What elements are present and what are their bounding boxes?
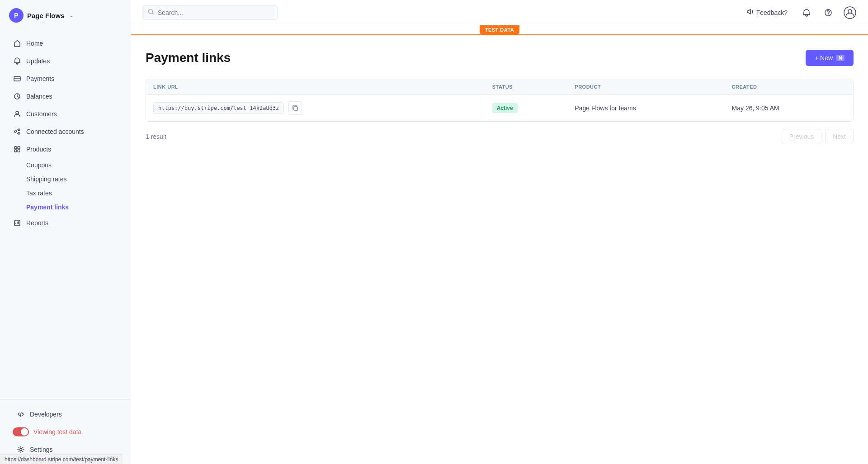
search-icon bbox=[148, 9, 154, 16]
table-row[interactable]: https://buy.stripe.com/test_14k2aUd3z bbox=[146, 95, 853, 122]
products-icon bbox=[13, 145, 22, 154]
connected-icon bbox=[13, 127, 22, 136]
product-cell: Page Flows for teams bbox=[567, 95, 724, 122]
sidebar-sub-item-label: Payment links bbox=[26, 204, 69, 211]
sidebar-item-connected-accounts[interactable]: Connected accounts bbox=[4, 123, 127, 140]
test-data-badge: TEST DATA bbox=[485, 27, 514, 33]
sidebar-sub-item-label: Tax rates bbox=[26, 189, 52, 197]
sidebar-item-label: Payments bbox=[26, 75, 54, 82]
bell-icon bbox=[13, 57, 22, 66]
toggle-switch[interactable] bbox=[13, 427, 29, 436]
payment-links-table: LINK URL STATUS PRODUCT CREATED https://… bbox=[146, 79, 854, 122]
sidebar-item-label: Customers bbox=[26, 110, 57, 118]
link-url-text: https://buy.stripe.com/test_14k2aUd3z bbox=[153, 102, 284, 114]
test-data-toggle[interactable]: Viewing test data bbox=[4, 423, 127, 440]
test-data-label: Viewing test data bbox=[33, 428, 81, 436]
svg-rect-8 bbox=[14, 150, 17, 152]
notifications-button[interactable] bbox=[799, 5, 814, 20]
feedback-label: Feedback? bbox=[756, 9, 788, 16]
sidebar-item-products[interactable]: Products bbox=[4, 141, 127, 158]
svg-point-2 bbox=[16, 111, 19, 114]
settings-icon bbox=[16, 445, 25, 454]
sidebar-item-tax-rates[interactable]: Tax rates bbox=[4, 186, 127, 200]
pagination: Previous Next bbox=[782, 129, 854, 144]
status-bar: https://dashboard.stripe.com/test/paymen… bbox=[0, 455, 123, 464]
main-content: Feedback? bbox=[131, 0, 868, 464]
col-product: PRODUCT bbox=[567, 79, 724, 95]
feedback-button[interactable]: Feedback? bbox=[742, 5, 792, 19]
sidebar-item-label: Settings bbox=[30, 446, 53, 453]
page-header: Payment links + New N bbox=[146, 50, 854, 66]
sidebar-item-label: Developers bbox=[30, 411, 62, 418]
svg-rect-0 bbox=[14, 76, 20, 81]
sidebar-item-updates[interactable]: Updates bbox=[4, 52, 127, 70]
home-icon bbox=[13, 39, 22, 48]
sidebar-item-home[interactable]: Home bbox=[4, 35, 127, 52]
next-button[interactable]: Next bbox=[825, 129, 854, 144]
logo-icon: P bbox=[9, 8, 24, 23]
chevron-down-icon: ⌄ bbox=[69, 12, 74, 19]
sidebar-item-developers[interactable]: Developers bbox=[7, 406, 123, 423]
sidebar-item-label: Updates bbox=[26, 57, 50, 65]
customers-icon bbox=[13, 109, 22, 118]
sidebar-item-customers[interactable]: Customers bbox=[4, 105, 127, 123]
sidebar-item-payments[interactable]: Payments bbox=[4, 70, 127, 87]
header: Feedback? bbox=[131, 0, 868, 25]
header-actions: Feedback? bbox=[742, 5, 857, 20]
search-bar[interactable] bbox=[142, 5, 278, 20]
sidebar-item-label: Reports bbox=[26, 219, 48, 227]
developers-icon bbox=[16, 410, 25, 419]
sidebar-logo[interactable]: P Page Flows ⌄ bbox=[0, 0, 131, 31]
new-button[interactable]: + New N bbox=[806, 50, 854, 66]
svg-point-11 bbox=[20, 449, 22, 451]
payments-icon bbox=[13, 74, 22, 83]
result-count: 1 result bbox=[146, 133, 166, 140]
status-badge: Active bbox=[492, 103, 518, 113]
sidebar-item-label: Products bbox=[26, 146, 51, 153]
svg-point-14 bbox=[828, 14, 828, 14]
svg-rect-6 bbox=[14, 147, 17, 149]
help-button[interactable] bbox=[821, 5, 835, 20]
sidebar: P Page Flows ⌄ Home Updates bbox=[0, 0, 131, 464]
svg-point-5 bbox=[18, 133, 20, 134]
link-url-cell: https://buy.stripe.com/test_14k2aUd3z bbox=[153, 101, 478, 115]
copy-url-button[interactable] bbox=[288, 101, 302, 115]
svg-point-3 bbox=[14, 131, 16, 133]
col-created: CREATED bbox=[725, 79, 853, 95]
svg-rect-9 bbox=[18, 150, 20, 152]
user-avatar[interactable] bbox=[843, 5, 857, 20]
previous-button[interactable]: Previous bbox=[782, 129, 821, 144]
sidebar-item-shipping-rates[interactable]: Shipping rates bbox=[4, 172, 127, 186]
page-content: Payment links + New N LINK URL STATUS PR… bbox=[131, 35, 868, 464]
status-url: https://dashboard.stripe.com/test/paymen… bbox=[5, 456, 118, 463]
sidebar-item-label: Balances bbox=[26, 93, 52, 100]
sidebar-item-reports[interactable]: Reports bbox=[4, 214, 127, 232]
sidebar-sub-item-label: Coupons bbox=[26, 161, 52, 169]
balances-icon bbox=[13, 92, 22, 101]
test-data-banner: TEST DATA bbox=[131, 25, 868, 35]
page-title: Payment links bbox=[146, 51, 231, 65]
col-status: STATUS bbox=[485, 79, 568, 95]
created-cell: May 26, 9:05 AM bbox=[725, 95, 853, 122]
svg-rect-17 bbox=[294, 107, 297, 110]
megaphone-icon bbox=[746, 8, 754, 17]
table-footer: 1 result Previous Next bbox=[146, 129, 854, 144]
col-link-url: LINK URL bbox=[146, 79, 485, 95]
svg-point-4 bbox=[18, 129, 20, 131]
app-name: Page Flows bbox=[27, 12, 65, 19]
sidebar-sub-item-label: Shipping rates bbox=[26, 175, 67, 183]
sidebar-item-payment-links[interactable]: Payment links bbox=[4, 200, 127, 214]
search-input[interactable] bbox=[158, 9, 272, 16]
reports-icon bbox=[13, 218, 22, 227]
svg-rect-7 bbox=[18, 147, 20, 149]
sidebar-nav: Home Updates Payments bbox=[0, 31, 131, 399]
svg-point-16 bbox=[848, 9, 852, 13]
sidebar-item-label: Connected accounts bbox=[26, 128, 84, 135]
sidebar-item-coupons[interactable]: Coupons bbox=[4, 158, 127, 172]
keyboard-shortcut-badge: N bbox=[836, 55, 844, 61]
sidebar-item-balances[interactable]: Balances bbox=[4, 88, 127, 105]
sidebar-item-label: Home bbox=[26, 40, 43, 47]
